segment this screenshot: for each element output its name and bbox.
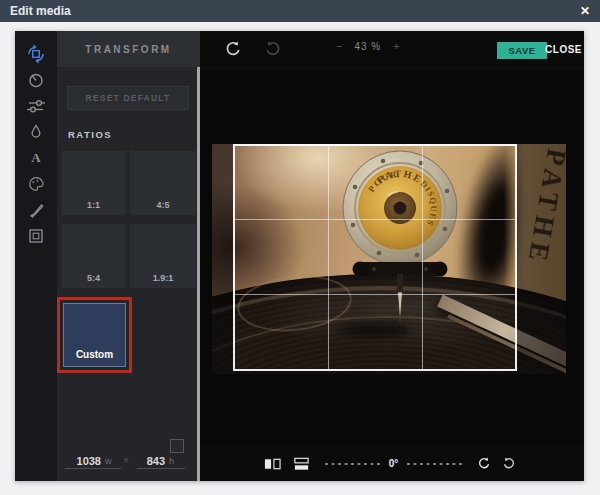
width-field: w: [65, 453, 121, 469]
tool-sidebar: A: [15, 31, 57, 481]
zoom-control: − 43 % +: [336, 40, 400, 52]
droplet-icon: [27, 123, 45, 141]
close-button[interactable]: CLOSE: [545, 44, 582, 55]
edit-media-dialog: A TRANSFORM RESET DEFAULT RATIOS: [15, 31, 584, 481]
custom-ratio-highlight-box: Custom: [57, 297, 132, 373]
save-button[interactable]: SAVE: [497, 42, 547, 59]
tool-adjust[interactable]: [15, 67, 57, 93]
zoom-in-button[interactable]: +: [393, 40, 399, 52]
tool-draw[interactable]: [15, 197, 57, 223]
tool-frame[interactable]: [15, 223, 57, 249]
grid-line-horizontal: [235, 294, 515, 295]
rotate-cw-button[interactable]: [502, 457, 516, 470]
undo-button[interactable]: [224, 41, 242, 61]
width-input[interactable]: [65, 455, 101, 467]
ratio-tile-label: 4:5: [130, 200, 196, 210]
custom-tile-label: Custom: [64, 349, 125, 360]
zoom-out-button[interactable]: −: [336, 40, 342, 52]
ratio-tile-label: 1.9:1: [130, 273, 196, 283]
brush-icon: [27, 201, 45, 219]
ratio-tile-1-9-1[interactable]: 1.9:1: [130, 224, 196, 288]
height-input[interactable]: [137, 455, 165, 467]
flip-horizontal-icon: [264, 457, 281, 471]
filters-icon: [27, 97, 45, 115]
width-unit: w: [105, 456, 112, 466]
panel-title: TRANSFORM: [57, 31, 200, 67]
tool-palette[interactable]: [15, 171, 57, 197]
palette-icon: [27, 175, 45, 193]
redo-icon: [264, 41, 282, 57]
knob-icon: [27, 71, 45, 89]
frame-icon: [27, 227, 45, 245]
ratios-section-label: RATIOS: [68, 129, 112, 140]
transform-icon: [26, 44, 46, 64]
tool-saturation[interactable]: [15, 119, 57, 145]
ratio-tile-4-5[interactable]: 4:5: [130, 151, 196, 215]
flip-horizontal-button[interactable]: [264, 457, 281, 471]
rotate-ccw-button[interactable]: [477, 457, 491, 470]
undo-icon: [224, 41, 242, 57]
crop-rectangle[interactable]: [233, 144, 517, 371]
tool-text[interactable]: A: [15, 145, 57, 171]
grid-line-vertical: [422, 146, 423, 369]
tool-filters[interactable]: [15, 93, 57, 119]
rotation-toolbar: 0°: [200, 446, 584, 481]
ratio-tile-label: 1:1: [62, 200, 125, 210]
ratio-tile-label: 5:4: [62, 273, 125, 283]
zoom-level: 43 %: [354, 41, 381, 52]
grid-line-vertical: [328, 146, 329, 369]
height-unit: h: [169, 456, 174, 466]
rotation-slider-right[interactable]: [406, 461, 463, 467]
rotate-cw-icon: [502, 457, 516, 470]
flip-vertical-button[interactable]: [293, 457, 310, 471]
rotation-slider-left[interactable]: [324, 461, 381, 467]
window-titlebar: Edit media ✕: [0, 0, 600, 22]
window-title: Edit media: [10, 4, 71, 18]
height-field: h: [137, 453, 185, 469]
times-separator: ×: [123, 455, 129, 466]
text-icon: A: [31, 150, 40, 166]
edit-canvas: PATHE: [200, 71, 584, 446]
flip-vertical-icon: [293, 457, 310, 471]
ratio-tile-5-4[interactable]: 5:4: [62, 224, 125, 288]
ratio-tile-custom[interactable]: Custom: [63, 303, 126, 367]
transform-panel: TRANSFORM RESET DEFAULT RATIOS 1:1 4:5 5…: [57, 31, 200, 481]
rotate-ccw-icon: [477, 457, 491, 470]
preview-area: − 43 % + SAVE CLOSE PATHE: [200, 31, 584, 481]
ratio-tile-1-1[interactable]: 1:1: [62, 151, 125, 215]
lock-aspect-checkbox[interactable]: [170, 439, 184, 453]
reset-default-button[interactable]: RESET DEFAULT: [67, 86, 189, 110]
tool-transform[interactable]: [15, 41, 57, 67]
grid-line-horizontal: [235, 219, 515, 220]
window-close-icon[interactable]: ✕: [580, 4, 590, 18]
ratio-grid: 1:1 4:5 5:4 1.9:1: [62, 151, 196, 288]
rotation-value: 0°: [386, 458, 401, 469]
redo-button[interactable]: [264, 41, 282, 61]
